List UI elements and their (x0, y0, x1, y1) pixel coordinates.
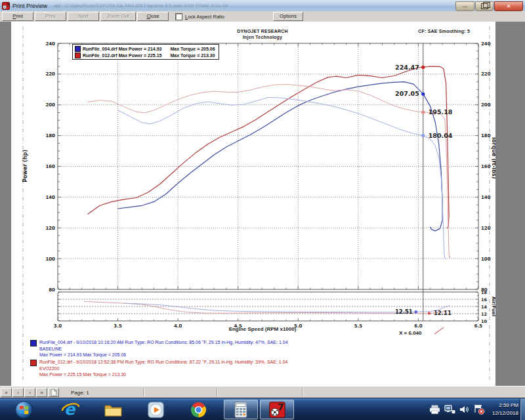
torque-evo2200-curve (88, 85, 450, 258)
run-conditions: RunFile_004.drf - 9/10/2018 10:16:20 AM … (39, 339, 288, 346)
clock-date: 12/12/2018 (492, 410, 518, 417)
rpm-tick-label: 6.5 (474, 324, 483, 329)
taskbar-chrome[interactable] (181, 400, 215, 419)
printer-icon[interactable] (429, 405, 440, 414)
statusbar-divider (302, 388, 303, 397)
folder-icon (104, 403, 122, 417)
close-preview-button[interactable]: Close (137, 12, 169, 21)
af-marker-value-label: 12.11 (434, 310, 452, 316)
run-name: EVO2200 (39, 366, 287, 372)
title-bar: 7 Print Preview apt - C:\SpecRuns\TOYOTA… (0, 0, 525, 12)
calculator-icon (234, 402, 247, 418)
action-center-icon[interactable] (473, 404, 485, 415)
chart-legend: RunFile_004.drf Max Power = 214.93 Max T… (72, 44, 219, 60)
statusbar-divider (143, 388, 144, 397)
taskbar-windows-explorer[interactable] (96, 400, 130, 419)
window-title: Print Preview (12, 3, 47, 9)
legend-torque: Max Torque = 205.06 (170, 47, 215, 51)
taskbar-clock[interactable]: 2:59 PM 12/12/2018 (492, 402, 518, 417)
torque-tick-label: 160 (481, 164, 491, 169)
taskbar-dyno-app[interactable]: 7 (260, 400, 294, 419)
power-tick-label: 160 (45, 164, 55, 169)
volume-icon[interactable] (459, 405, 469, 414)
legend-label: RunFile_004.drf Max Power = 214.93 (83, 47, 161, 51)
power-tick-label: 180 (45, 133, 55, 138)
marker-value-label: 180.04 (429, 132, 453, 139)
statusbar-divider (217, 388, 218, 397)
power-tick-label: 80 (49, 287, 55, 293)
marker-dot (421, 66, 425, 69)
window-title-ghost: apt - C:\SpecRuns\TOYOTA CA TAH 2017 tac… (54, 3, 228, 9)
rpm-tick-label: 3.5 (114, 324, 122, 329)
power-axis-title: Power (hp) (22, 150, 28, 182)
start-button[interactable] (10, 400, 37, 419)
minimize-button[interactable]: — (455, 1, 474, 11)
lock-aspect-checkbox[interactable] (175, 13, 182, 20)
taskbar-internet-explorer[interactable]: e (53, 400, 87, 419)
run-name: BASELINE (39, 346, 288, 352)
af-tick-label: 16 (481, 297, 488, 303)
torque-axis-title: Torque (ft-lbs) (491, 136, 495, 179)
page-setup-button[interactable] (48, 388, 59, 397)
restore-icon (481, 3, 488, 9)
run-swatch-red (30, 360, 37, 366)
marker-dot (421, 134, 425, 137)
close-button[interactable]: ✕ (494, 1, 523, 11)
options-button[interactable]: Options (273, 12, 303, 21)
af-tick-label: 14 (481, 304, 488, 310)
torque-tick-label: 180 (481, 133, 491, 138)
af-marker-dot (415, 310, 417, 313)
show-desktop-button[interactable] (520, 398, 525, 420)
preview-workspace: DYNOJET RESEARCH Injen Technology CF: SA… (0, 22, 525, 386)
run-info-evo2200: RunFile_012.drf - 9/10/2018 12:52:38 PM … (30, 359, 287, 378)
first-page-button[interactable]: « (1, 388, 12, 397)
network-icon[interactable] (444, 405, 455, 414)
af-marker-dot (428, 312, 430, 314)
svg-text:7: 7 (7, 2, 10, 7)
legend-row-evo2200: RunFile_012.drf Max Power = 225.15 Max T… (75, 52, 215, 58)
run-maxima: Max Power = 214.93 Max Torque = 205.06 (39, 352, 288, 358)
zoom-out-button[interactable]: Zoom Out (100, 12, 136, 21)
status-bar: « ‹ › » Page: 1 (0, 386, 525, 398)
x-axis-title: Engine Speed (RPM x1000) (197, 326, 328, 332)
run-info-baseline: RunFile_004.drf - 9/10/2018 10:16:20 AM … (30, 339, 288, 358)
internet-explorer-icon: e (61, 401, 79, 418)
prev-page-button[interactable]: ‹ (12, 388, 24, 397)
cursor-position-label: X = 6.040 (399, 330, 421, 336)
last-page-button[interactable]: » (36, 388, 47, 397)
clock-time: 2:59 PM (492, 402, 518, 410)
legend-swatch-blue (75, 46, 81, 52)
taskbar-calculator[interactable] (224, 400, 258, 419)
power-tick-label: 140 (45, 195, 55, 200)
document-icon (51, 388, 57, 396)
torque-tick-label: 140 (481, 195, 491, 200)
system-tray (429, 400, 485, 419)
taskbar: e (0, 398, 525, 420)
af-tick-label: 18 (481, 290, 488, 295)
legend-torque: Max Torque = 213.30 (170, 53, 215, 58)
next-button[interactable]: Next (68, 12, 99, 21)
af-marker-value-label: 12.51 (395, 308, 413, 315)
prev-button[interactable]: Prev (35, 12, 66, 21)
next-page-button[interactable]: › (24, 388, 35, 397)
restore-button[interactable] (475, 1, 494, 11)
power-tick-label: 200 (45, 102, 55, 108)
run-conditions: RunFile_012.drf - 9/10/2018 12:52:38 PM … (39, 359, 287, 366)
rpm-tick-label: 3.0 (54, 324, 62, 329)
print-preview-toolbar: Print Prev Next Zoom Out Close Lock Aspe… (0, 11, 525, 22)
torque-tick-label: 100 (481, 257, 491, 262)
run-maxima: Max Power = 225.15 Max Torque = 213.30 (39, 371, 287, 378)
legend-label: RunFile_012.drf Max Power = 225.15 (83, 53, 161, 58)
rpm-tick-label: 5.5 (354, 324, 363, 329)
marker-dot (421, 93, 425, 96)
rpm-tick-label: 4.0 (174, 324, 182, 329)
print-button[interactable]: Print (2, 12, 33, 21)
rpm-tick-label: 6.0 (414, 324, 423, 329)
marker-dot (421, 110, 425, 114)
power-tick-label: 240 (45, 41, 55, 47)
power-tick-label: 100 (45, 257, 55, 262)
torque-tick-label: 220 (481, 72, 491, 77)
chrome-icon (190, 402, 207, 418)
print-page: DYNOJET RESEARCH Injen Technology CF: SA… (11, 22, 495, 386)
taskbar-media-player[interactable] (138, 400, 173, 419)
